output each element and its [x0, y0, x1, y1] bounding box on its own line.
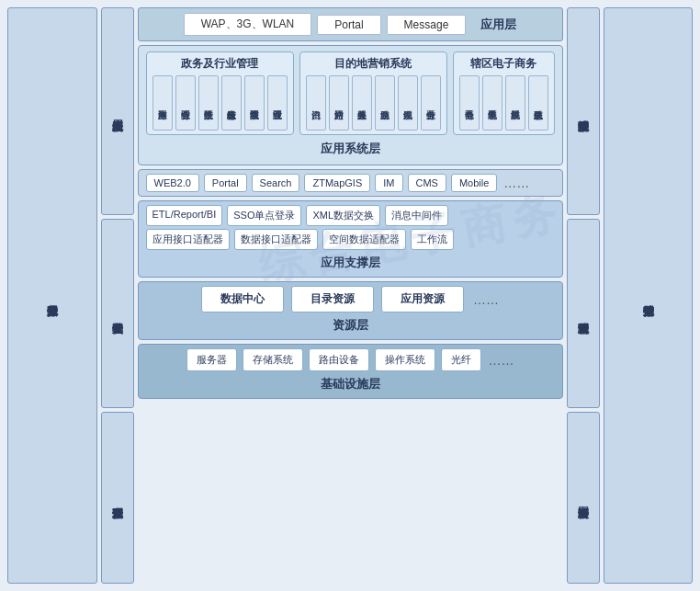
support-layer-label: 应用支撑层: [146, 253, 555, 273]
app-item-0-4: 数据管理系统: [244, 75, 265, 131]
app-item-0-1: 综合业务管理: [175, 75, 196, 131]
app-group-gov: 政务及行业管理 旅游政务网 综合业务管理 景区维护系统 信息发布统计分析 数据管…: [146, 51, 294, 135]
tech-cms: CMS: [408, 174, 446, 192]
support-workflow: 工作流: [411, 229, 454, 250]
support-spatial-adapter: 空间数据适配器: [322, 229, 406, 250]
app-item-1-1: 旅游门户网站: [329, 75, 349, 131]
app-group-ecommerce: 辖区电子商务 电子商务平台 电子售票系统 触摸屏系统 信息关联系统: [453, 51, 555, 135]
app-layer: 政务及行业管理 旅游政务网 综合业务管理 景区维护系统 信息发布统计分析 数据管…: [138, 45, 563, 165]
infra-layer-label: 基础设施层: [146, 374, 555, 394]
left-side-security-mgmt: 安全管理体系: [101, 412, 134, 584]
right-side-panel: 系统维护管理 系统运营管理 网络安全管理: [567, 7, 600, 584]
resource-app: 应用资源: [381, 286, 464, 313]
app-group-ecommerce-title: 辖区电子商务: [459, 56, 548, 72]
app-item-2-2: 触摸屏系统: [505, 75, 525, 131]
support-msg: 消息中间件: [385, 205, 448, 226]
resource-dots: ……: [473, 292, 499, 307]
top-bar-message: Message: [387, 15, 467, 35]
app-group-gov-items: 旅游政务网 综合业务管理 景区维护系统 信息发布统计分析 数据管理系统 行业管理…: [152, 75, 288, 131]
app-groups-container: 政务及行业管理 旅游政务网 综合业务管理 景区维护系统 信息发布统计分析 数据管…: [146, 51, 555, 135]
left-side-panel: 应用系统安全 安全基础设置 安全管理体系: [101, 7, 134, 584]
app-item-0-2: 景区维护系统: [198, 75, 219, 131]
infra-items: 服务器 存储系统 路由设备 操作系统 光纤 ……: [146, 348, 555, 371]
right-outer-label: 运营维护体系: [604, 7, 694, 584]
app-item-2-1: 电子售票系统: [482, 75, 502, 131]
app-item-1-5: 综合业务平台: [421, 75, 441, 131]
app-group-marketing: 目的地营销系统 资讯门户 旅游门户网站 公共服务系统 自助游系统 知识库系统 综…: [299, 51, 447, 135]
support-layer: ETL/Report/BI SSO单点登录 XML数据交换 消息中间件 应用接口…: [138, 200, 563, 278]
support-row-1: ETL/Report/BI SSO单点登录 XML数据交换 消息中间件: [146, 205, 555, 226]
infra-dots: ……: [489, 353, 514, 368]
resource-catalog: 目录资源: [291, 286, 374, 313]
top-bar: WAP、3G、WLAN Portal Message 应用层: [138, 7, 563, 41]
tech-search: Search: [252, 174, 300, 192]
infra-layer: 服务器 存储系统 路由设备 操作系统 光纤 …… 基础设施层: [138, 344, 563, 399]
resource-layer: 数据中心 目录资源 应用资源 …… 资源层: [138, 281, 563, 340]
app-group-marketing-title: 目的地营销系统: [306, 56, 441, 72]
tech-im: IM: [375, 174, 402, 192]
infra-storage: 存储系统: [243, 348, 303, 371]
infra-os: 操作系统: [375, 348, 435, 371]
main-diagram: 安全保障体系 应用系统安全 安全基础设置 安全管理体系 WAP、3G、WLAN …: [0, 0, 700, 591]
top-bar-wap: WAP、3G、WLAN: [184, 13, 312, 36]
resource-datacenter: 数据中心: [201, 286, 284, 313]
app-item-1-0: 资讯门户: [306, 75, 326, 131]
app-item-0-5: 行业管理系统: [267, 75, 288, 131]
app-item-0-3: 信息发布统计分析: [221, 75, 242, 131]
right-side-sys-maint: 系统维护管理: [567, 7, 600, 215]
app-item-2-3: 信息关联系统: [528, 75, 548, 131]
resource-layer-label: 资源层: [146, 315, 555, 335]
support-xml: XML数据交换: [306, 205, 380, 226]
left-side-basic-security: 安全基础设置: [101, 219, 134, 408]
tech-layer: WEB2.0 Portal Search ZTMapGIS IM CMS Mob…: [138, 169, 563, 197]
resource-items: 数据中心 目录资源 应用资源 ……: [146, 286, 555, 313]
top-bar-portal: Portal: [317, 15, 380, 35]
app-sys-layer-label: 应用系统层: [146, 139, 555, 159]
support-sso: SSO单点登录: [227, 205, 301, 226]
tech-mobile: Mobile: [451, 174, 497, 192]
infra-router: 路由设备: [309, 348, 369, 371]
tech-web2: WEB2.0: [146, 174, 199, 192]
tech-portal: Portal: [204, 174, 247, 192]
app-group-marketing-items: 资讯门户 旅游门户网站 公共服务系统 自助游系统 知识库系统 综合业务平台: [306, 75, 441, 131]
app-item-1-3: 自助游系统: [375, 75, 395, 131]
tech-dots: ……: [503, 176, 529, 190]
app-group-gov-title: 政务及行业管理: [152, 56, 288, 72]
app-item-1-2: 公共服务系统: [352, 75, 372, 131]
left-side-app-security: 应用系统安全: [101, 7, 134, 215]
tech-items-row: WEB2.0 Portal Search ZTMapGIS IM CMS Mob…: [146, 174, 555, 192]
support-data-adapter: 数据接口适配器: [234, 229, 318, 250]
right-side-net-security: 网络安全管理: [567, 412, 600, 584]
support-etl: ETL/Report/BI: [146, 205, 223, 226]
support-row-2: 应用接口适配器 数据接口适配器 空间数据适配器 工作流: [146, 229, 555, 250]
left-outer-label: 安全保障体系: [7, 7, 97, 584]
top-bar-label: 应用层: [480, 17, 516, 33]
infra-fiber: 光纤: [441, 348, 481, 371]
right-side-sys-ops: 系统运营管理: [567, 219, 600, 408]
app-item-1-4: 知识库系统: [398, 75, 418, 131]
app-group-ecommerce-items: 电子商务平台 电子售票系统 触摸屏系统 信息关联系统: [459, 75, 548, 131]
center-content: WAP、3G、WLAN Portal Message 应用层 政务及行业管理 旅…: [138, 7, 563, 584]
app-item-2-0: 电子商务平台: [459, 75, 480, 131]
infra-server: 服务器: [186, 348, 237, 371]
tech-ztmapgis: ZTMapGIS: [304, 174, 370, 192]
app-item-0-0: 旅游政务网: [152, 75, 173, 131]
support-app-adapter: 应用接口适配器: [146, 229, 230, 250]
